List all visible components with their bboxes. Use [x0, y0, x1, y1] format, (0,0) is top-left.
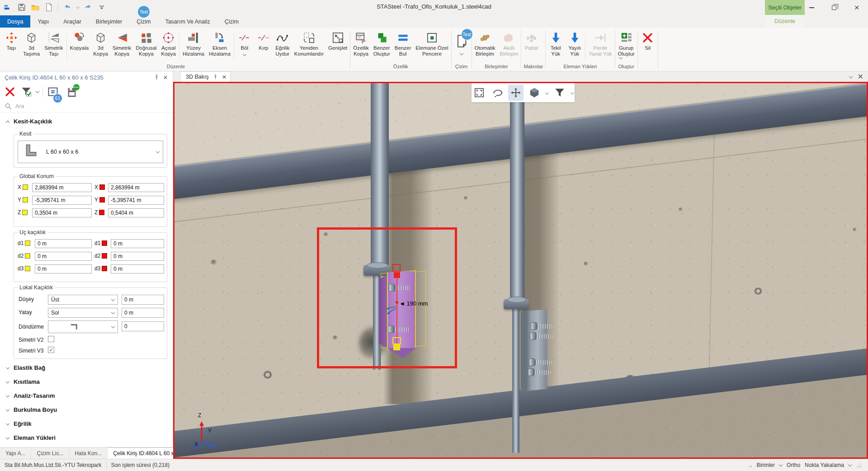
- viewport-tab-close-icon[interactable]: ✕: [222, 74, 226, 80]
- right-post-lower-tube[interactable]: [512, 308, 519, 453]
- viewport-pin-icon[interactable]: [212, 74, 218, 80]
- tab-cizim[interactable]: Çizim: [217, 15, 246, 28]
- zoom-extents-icon[interactable]: [472, 85, 487, 101]
- tab-cizim-test[interactable]: ÇizimTest: [129, 15, 158, 28]
- right-post-base-plate[interactable]: [504, 299, 529, 309]
- right-bracket-plate[interactable]: [521, 309, 547, 391]
- dusey-dropdown[interactable]: Üst: [48, 295, 118, 305]
- snap-chevron[interactable]: [848, 463, 852, 466]
- tab-yapi[interactable]: Yapı: [30, 15, 56, 28]
- yeniden-konumlandir-button[interactable]: YenidenKonumlandır: [292, 29, 326, 57]
- d2-1-input[interactable]: [35, 252, 92, 261]
- viewport-tabs-menu-chevron[interactable]: [849, 74, 852, 78]
- bottom-handle-outline[interactable]: [392, 337, 401, 344]
- otomatik-birlesim-button[interactable]: OtomatikBirleşim: [472, 29, 498, 57]
- tab-hata-kontrol[interactable]: Hata Kon...: [69, 447, 108, 459]
- kesit-chevron[interactable]: [156, 150, 160, 153]
- panel-close-icon[interactable]: ✕: [161, 73, 170, 82]
- snap-toggle[interactable]: Nokta Yakalama: [805, 462, 844, 468]
- yatay-dropdown[interactable]: Sol: [48, 308, 118, 318]
- tab-cizim-listesi[interactable]: Çizim Lis...: [31, 447, 69, 459]
- resize-grip[interactable]: [856, 462, 861, 468]
- cizim-chevron[interactable]: [459, 52, 463, 55]
- elemane-ozel-pencere-button[interactable]: Elemane ÖzelPencere: [413, 29, 450, 57]
- tab-3d-bakis[interactable]: 3D Bakış ✕: [180, 71, 231, 82]
- x2-input[interactable]: [108, 183, 164, 192]
- pin-icon[interactable]: [152, 73, 161, 82]
- filter-icon[interactable]: [20, 85, 33, 98]
- right-railing-post[interactable]: [510, 83, 524, 301]
- 3d-kopya-button[interactable]: 3dKopya: [91, 29, 110, 57]
- tab-araclar[interactable]: Araçlar: [56, 15, 89, 28]
- cizim-test-button[interactable]: Test: [452, 29, 471, 55]
- bol-button[interactable]: Böl: [235, 29, 254, 56]
- minimize-button[interactable]: [807, 3, 816, 13]
- bol-chevron[interactable]: [243, 52, 246, 56]
- kirp-button[interactable]: Kırp: [254, 29, 273, 52]
- section-burkulma-boyu[interactable]: Burkulma Boyu: [0, 406, 57, 413]
- viewport-tabs-close-icon[interactable]: ✕: [858, 72, 863, 81]
- equals-properties-icon[interactable]: 61: [47, 85, 59, 98]
- y2-input[interactable]: [108, 196, 164, 205]
- acisal-kopya-button[interactable]: AçısalKopya: [159, 29, 178, 57]
- ozellik-kopya-button[interactable]: ÖzellikKopya: [351, 29, 371, 57]
- yuzey-hizalama-button[interactable]: YüzeyHizalama: [180, 29, 207, 57]
- yatay-offset-input[interactable]: [122, 308, 164, 318]
- simetri-v3-checkbox[interactable]: ✓: [48, 347, 54, 353]
- save-properties-icon[interactable]: •••: [66, 85, 78, 98]
- y1-input[interactable]: [32, 196, 92, 205]
- restore-button[interactable]: [829, 3, 839, 13]
- simetrik-kopya-button[interactable]: SimetrikKopya: [110, 29, 134, 57]
- d2-2-input[interactable]: [111, 252, 164, 261]
- bottom-handle[interactable]: [393, 344, 400, 350]
- genislet-button[interactable]: Genişlet: [326, 29, 349, 52]
- section-eleman-yukleri[interactable]: Eleman Yükleri: [0, 434, 56, 441]
- viewport-3d-canvas[interactable]: ◄ 190 mm Z Y X: [173, 82, 868, 459]
- tab-yapi-agaci[interactable]: Yapı A...: [0, 447, 31, 459]
- dogrusal-kopya-button[interactable]: DoğrusalKopya: [133, 29, 159, 57]
- tab-dosya[interactable]: Dosya: [0, 15, 30, 28]
- benzer-bul-button[interactable]: BenzerBul: [392, 29, 413, 57]
- filter-chevron[interactable]: [36, 89, 39, 93]
- dusey-offset-input[interactable]: [122, 295, 164, 305]
- eksen-hizalama-button[interactable]: EksenHizalama: [207, 29, 233, 57]
- tab-birlesimler[interactable]: Birleşimler: [89, 15, 129, 28]
- benzer-olustur-button[interactable]: BenzerOluştur: [371, 29, 392, 57]
- sil-button[interactable]: Sil: [638, 29, 657, 52]
- section-kesit-kacklik[interactable]: Kesit-Kaçıklık: [0, 113, 173, 127]
- clear-selection-icon[interactable]: [4, 85, 16, 98]
- top-handle[interactable]: [394, 272, 400, 278]
- display-filter-chevron[interactable]: [571, 91, 574, 94]
- edit-context-tab[interactable]: Düzenle: [765, 15, 805, 28]
- dondurme-input[interactable]: [122, 321, 164, 331]
- close-button[interactable]: ✕: [852, 3, 862, 13]
- section-analiz-tasarim[interactable]: Analiz-Tasarım: [0, 392, 55, 399]
- selected-objects-tab[interactable]: Seçili Objeler: [765, 0, 805, 15]
- z1-input[interactable]: [32, 208, 92, 217]
- view-cube-icon[interactable]: [526, 85, 542, 101]
- dondurme-dropdown[interactable]: [48, 320, 118, 333]
- section-collapse-chevron[interactable]: [6, 120, 9, 124]
- d1-2-input[interactable]: [111, 239, 164, 248]
- gurup-olustur-button[interactable]: GurupOluştur: [616, 29, 637, 59]
- d1-1-input[interactable]: [35, 239, 92, 248]
- search-input[interactable]: [15, 103, 133, 109]
- view-cube-chevron[interactable]: [545, 91, 549, 94]
- 3d-tasima-button[interactable]: 3dTaşıma: [21, 29, 42, 57]
- x1-input[interactable]: [32, 183, 92, 192]
- units-button[interactable]: Birimler: [756, 462, 775, 468]
- simetri-v2-checkbox[interactable]: [48, 336, 54, 342]
- tekil-yuk-button[interactable]: TekilYük: [546, 29, 565, 57]
- ortho-toggle[interactable]: Ortho: [787, 462, 800, 468]
- z2-input[interactable]: [108, 208, 164, 217]
- tab-tasarim-ve-analiz[interactable]: Tasarım Ve Analiz: [158, 15, 217, 28]
- egrilik-uydur-button[interactable]: EğrilikUydur: [273, 29, 292, 57]
- orbit-icon[interactable]: [490, 85, 505, 101]
- kopyala-button[interactable]: Kopyala: [68, 29, 91, 52]
- yayili-yuk-button[interactable]: YayılıYük: [565, 29, 584, 57]
- section-egrilik[interactable]: Eğrilik: [0, 420, 32, 427]
- section-elastik-bag[interactable]: Elastik Bağ: [0, 364, 45, 371]
- d3-1-input[interactable]: [35, 264, 92, 273]
- top-handle-outline[interactable]: [392, 264, 401, 272]
- units-chevron[interactable]: [779, 463, 783, 466]
